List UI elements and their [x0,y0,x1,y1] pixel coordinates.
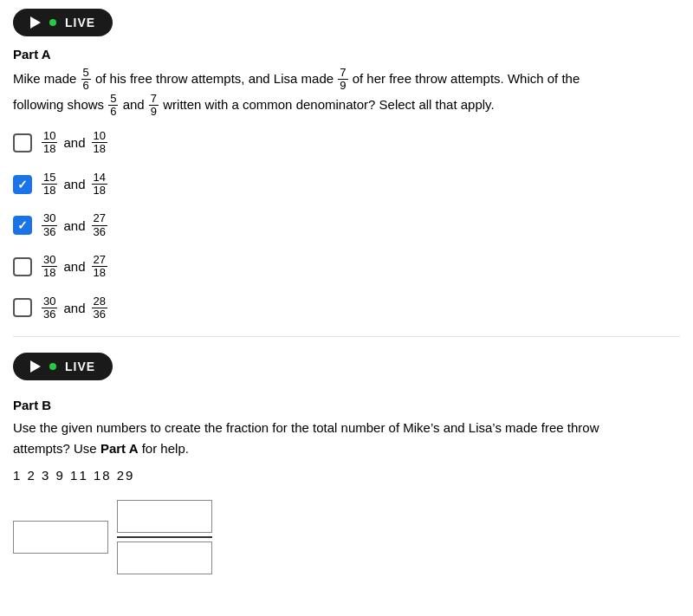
numbers-row: 1 2 3 9 11 18 29 [13,468,680,483]
part-b-description: Use the given numbers to create the frac… [13,418,680,459]
fraction-line [117,536,212,538]
opt5-frac1: 30 36 [42,295,57,321]
opt5-frac1-num: 30 [42,295,57,308]
opt5-and: and [63,301,85,315]
options-list: 10 18 and 10 18 15 18 and 14 [13,130,680,321]
numerator-input[interactable] [117,500,212,533]
checkbox-4[interactable] [13,257,32,276]
lisa-fraction: 7 9 [338,67,347,93]
option-5-fractions: 30 36 and 28 36 [41,295,108,321]
live-dot [49,19,56,26]
opt5-frac2-num: 28 [92,295,107,308]
opt1-frac1: 10 18 [42,130,57,156]
problem-text: Mike made 5 6 of his free throw attempts… [13,67,680,118]
live-button-b[interactable]: LIVE [13,353,113,380]
checkbox-3[interactable] [13,216,32,235]
opt3-frac2-den: 36 [92,226,107,238]
part-b-desc2: attempts? Use [13,441,97,456]
part-b-bold: Part A [100,441,139,456]
problem-line2-before: following shows [13,96,104,111]
opt2-frac1-den: 18 [42,185,57,197]
opt3-frac1: 30 36 [42,212,57,238]
show-frac2-den: 9 [149,106,159,118]
play-icon [30,16,41,29]
left-input[interactable] [13,521,108,554]
opt4-frac1-num: 30 [42,254,57,267]
part-b-desc1: Use the given numbers to create the frac… [13,420,599,435]
problem-line1-after: of her free throw attempts. Which of the [353,71,580,86]
show-frac2: 7 9 [149,93,159,119]
checkbox-5[interactable] [13,298,32,317]
opt2-frac1-num: 15 [42,172,57,185]
option-2-fractions: 15 18 and 14 18 [41,172,108,198]
option-3: 30 36 and 27 36 [13,212,680,238]
option-1: 10 18 and 10 18 [13,130,680,156]
problem-line1-before: Mike made [13,71,76,86]
play-icon-b [30,360,41,373]
opt1-frac2-den: 18 [92,143,107,155]
live-dot-b [49,363,56,370]
show-frac1-den: 6 [108,106,118,118]
mike-frac-num: 5 [81,67,91,80]
problem-line1-mid: of his free throw attempts, and Lisa mad… [95,71,334,86]
problem-line2-after: written with a common denominator? Selec… [163,96,494,111]
show-frac1-num: 5 [108,93,118,106]
section-divider [13,336,680,337]
lisa-frac-den: 9 [338,80,347,92]
opt3-and: and [63,218,85,233]
lisa-frac-num: 7 [338,67,347,80]
checkbox-2[interactable] [13,175,32,194]
option-4: 30 18 and 27 18 [13,254,680,280]
live-button-a[interactable]: LIVE [13,9,113,36]
opt3-frac2: 27 36 [92,212,107,238]
opt2-frac2-num: 14 [92,172,107,185]
problem-and: and [123,96,145,111]
part-a-title: Part A [13,47,680,62]
option-4-fractions: 30 18 and 27 18 [41,254,108,280]
opt5-frac1-den: 36 [42,308,57,321]
option-1-fractions: 10 18 and 10 18 [41,130,108,156]
opt4-frac1-den: 18 [42,267,57,279]
opt2-frac1: 15 18 [42,172,57,198]
opt5-frac2-den: 36 [92,308,107,321]
opt4-frac2-den: 18 [92,267,107,279]
mike-frac-den: 6 [81,80,91,92]
mike-fraction: 5 6 [81,67,91,93]
opt3-frac1-den: 36 [42,226,57,238]
opt3-frac1-num: 30 [42,212,57,225]
opt5-frac2: 28 36 [92,295,107,321]
opt1-frac1-den: 18 [42,143,57,155]
part-b-section: Part B Use the given numbers to create t… [13,398,680,574]
opt1-frac2-num: 10 [92,130,107,143]
opt4-frac2: 27 18 [92,254,107,280]
live-label: LIVE [65,16,95,29]
opt4-and: and [63,259,85,274]
opt4-frac1: 30 18 [42,254,57,280]
opt3-frac2-num: 27 [92,212,107,225]
opt4-frac2-num: 27 [92,254,107,267]
checkbox-1[interactable] [13,133,32,152]
opt2-frac2-den: 18 [92,185,107,197]
live-label-b: LIVE [65,360,95,373]
option-3-fractions: 30 36 and 27 36 [41,212,108,238]
opt1-frac2: 10 18 [92,130,107,156]
opt2-frac2: 14 18 [92,172,107,198]
opt2-and: and [63,177,85,191]
part-b-desc3: for help. [142,441,189,456]
option-5: 30 36 and 28 36 [13,295,680,321]
opt1-and: and [63,135,85,150]
show-frac2-num: 7 [149,93,159,106]
denominator-input[interactable] [117,541,212,574]
fraction-input-group [117,500,212,574]
part-a-section: Part A Mike made 5 6 of his free throw a… [13,47,680,321]
fraction-builder [13,500,680,574]
option-2: 15 18 and 14 18 [13,172,680,198]
show-frac1: 5 6 [108,93,118,119]
opt1-frac1-num: 10 [42,130,57,143]
part-b-title: Part B [13,398,680,412]
